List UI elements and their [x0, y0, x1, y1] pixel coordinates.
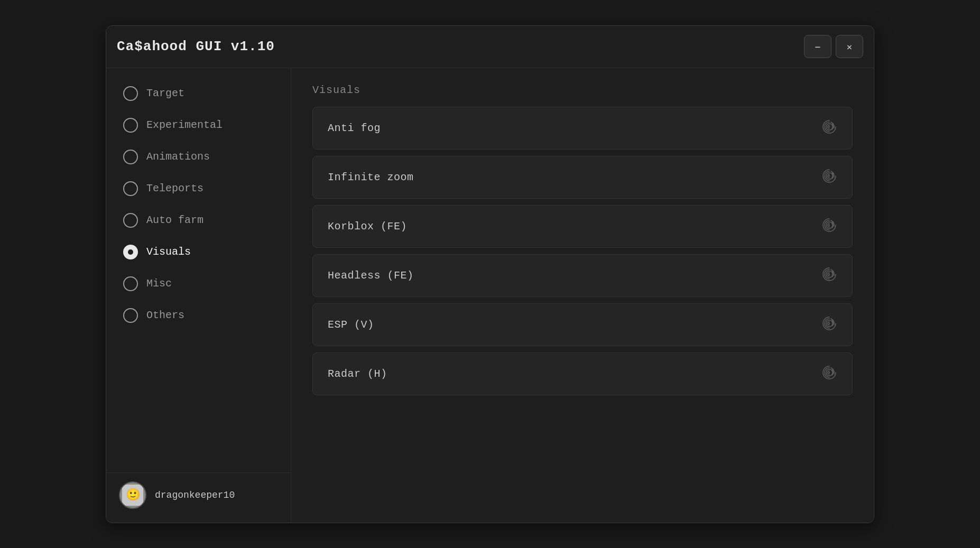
sidebar-item-others[interactable]: Others: [110, 301, 286, 330]
sidebar-item-label: Teleports: [146, 182, 204, 194]
feature-item-radar-h[interactable]: Radar (H): [312, 352, 853, 395]
feature-label: Korblox (FE): [328, 220, 407, 233]
sidebar-item-teleports[interactable]: Teleports: [110, 174, 286, 203]
feature-item-anti-fog[interactable]: Anti fog: [312, 107, 853, 150]
titlebar: Ca$ahood GUI v1.10 − ×: [106, 26, 874, 68]
nav-circle-icon: [123, 150, 138, 164]
feature-item-infinite-zoom[interactable]: Infinite zoom: [312, 156, 853, 199]
feature-item-headless-fe[interactable]: Headless (FE): [312, 254, 853, 297]
fingerprint-icon: [821, 315, 837, 334]
feature-label: Anti fog: [328, 122, 381, 134]
fingerprint-icon: [821, 168, 837, 187]
sidebar-item-misc[interactable]: Misc: [110, 269, 286, 299]
sidebar-item-label: Auto farm: [146, 214, 204, 226]
avatar-face: 🙂: [122, 485, 143, 506]
svg-point-1: [829, 175, 830, 176]
avatar: 🙂: [119, 481, 146, 509]
minimize-button[interactable]: −: [804, 35, 831, 58]
fingerprint-icon: [821, 217, 837, 236]
feature-list: Anti fog Infinite zoom Korblox (FE) Head…: [312, 107, 853, 395]
content-area: Visuals Anti fog Infinite zoom Korblox (…: [291, 68, 874, 523]
nav-circle-icon: [123, 308, 138, 323]
nav-circle-icon: [123, 118, 138, 133]
app-window: Ca$ahood GUI v1.10 − × TargetExperimenta…: [106, 25, 874, 523]
feature-label: Infinite zoom: [328, 171, 414, 183]
nav-circle-icon: [123, 276, 138, 291]
sidebar-item-label: Misc: [146, 277, 172, 290]
window-controls: − ×: [804, 35, 863, 58]
fingerprint-icon: [821, 365, 837, 383]
svg-point-3: [829, 273, 830, 274]
svg-point-0: [829, 126, 830, 127]
svg-point-5: [829, 371, 830, 373]
sidebar-item-label: Animations: [146, 151, 210, 163]
fingerprint-icon: [821, 266, 837, 285]
sidebar-nav: TargetExperimentalAnimationsTeleportsAut…: [106, 73, 291, 336]
svg-point-4: [829, 322, 830, 323]
nav-circle-icon: [123, 245, 138, 259]
fingerprint-icon: [821, 119, 837, 137]
section-title: Visuals: [312, 84, 853, 96]
sidebar-item-label: Visuals: [146, 246, 191, 258]
feature-label: Headless (FE): [328, 270, 414, 282]
feature-label: ESP (V): [328, 319, 374, 331]
sidebar-item-label: Experimental: [146, 119, 223, 131]
nav-circle-icon: [123, 213, 138, 228]
nav-circle-icon: [123, 86, 138, 101]
sidebar-user: 🙂 dragonkeeper10: [106, 472, 291, 517]
sidebar-item-autofarm[interactable]: Auto farm: [110, 206, 286, 235]
app-title: Ca$ahood GUI v1.10: [117, 39, 275, 54]
main-layout: TargetExperimentalAnimationsTeleportsAut…: [106, 68, 874, 523]
sidebar: TargetExperimentalAnimationsTeleportsAut…: [106, 68, 291, 523]
feature-label: Radar (H): [328, 368, 387, 380]
svg-point-2: [829, 224, 830, 225]
close-button[interactable]: ×: [836, 35, 863, 58]
sidebar-item-label: Target: [146, 87, 184, 99]
sidebar-item-experimental[interactable]: Experimental: [110, 110, 286, 140]
sidebar-item-animations[interactable]: Animations: [110, 142, 286, 172]
feature-item-korblox-fe[interactable]: Korblox (FE): [312, 205, 853, 248]
sidebar-item-label: Others: [146, 309, 184, 321]
sidebar-item-target[interactable]: Target: [110, 79, 286, 108]
feature-item-esp-v[interactable]: ESP (V): [312, 303, 853, 346]
sidebar-item-visuals[interactable]: Visuals: [110, 237, 286, 267]
nav-circle-icon: [123, 181, 138, 196]
username-label: dragonkeeper10: [155, 490, 235, 500]
